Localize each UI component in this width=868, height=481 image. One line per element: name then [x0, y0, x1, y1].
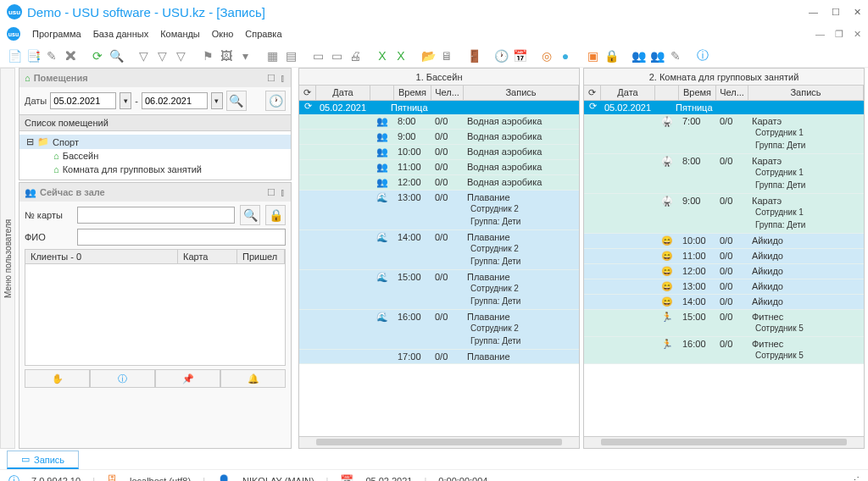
horizontal-scrollbar[interactable]: [299, 436, 579, 448]
schedule-row[interactable]: 🌊15:000/0ПлаваниеСотрудник 2Группа: Дети: [299, 270, 579, 310]
tb-search-icon[interactable]: 🔍: [108, 48, 124, 64]
tb-image-icon[interactable]: 🖼: [219, 48, 234, 64]
schedule-body[interactable]: ⟳05.02.2021Пятница🥋7:000/0КаратэСотрудни…: [584, 101, 864, 436]
tb-world-icon[interactable]: ●: [558, 48, 573, 64]
panel-pin-icon[interactable]: ☐: [267, 187, 275, 198]
tb-filter-icon[interactable]: ▽: [136, 48, 151, 64]
tb-open-icon[interactable]: 📂: [420, 48, 436, 64]
tb-filter3-icon[interactable]: ▽: [173, 48, 188, 64]
schedule-row[interactable]: 🌊13:000/0ПлаваниеСотрудник 2Группа: Дети: [299, 191, 579, 230]
tb-table-icon[interactable]: ▤: [283, 48, 298, 64]
tab-record[interactable]: ▭ Запись: [7, 451, 79, 469]
col-people[interactable]: Чел...: [431, 86, 464, 100]
panel-pin2-icon[interactable]: ⫿: [281, 187, 286, 198]
tree-root[interactable]: ⊟ 📁 Спорт: [19, 135, 291, 149]
tb-target-icon[interactable]: ◎: [539, 48, 554, 64]
schedule-date-row[interactable]: ⟳05.02.2021Пятница: [299, 101, 579, 114]
fio-input[interactable]: [77, 229, 286, 246]
tree-child[interactable]: ⌂ Бассейн: [19, 149, 291, 163]
col-time[interactable]: Время: [679, 86, 716, 100]
panel-pin-icon[interactable]: ☐: [267, 73, 275, 84]
col-date[interactable]: Дата: [316, 86, 370, 100]
tree-child[interactable]: ⌂ Комната для групповых занятий: [19, 163, 291, 176]
mdi-restore-icon[interactable]: ❐: [835, 29, 843, 40]
date-from-dropdown[interactable]: ▾: [120, 92, 131, 109]
tb-flag-icon[interactable]: ⚑: [200, 48, 215, 64]
tb-print-icon[interactable]: 🖨: [348, 48, 363, 64]
lock-button[interactable]: 🔒: [265, 205, 286, 225]
tb-exit-icon[interactable]: 🚪: [466, 48, 481, 64]
tb-copy-icon[interactable]: 📑: [25, 48, 41, 64]
col-time[interactable]: Время: [394, 86, 431, 100]
tb-delete-icon[interactable]: 🗙: [63, 48, 78, 64]
clients-col[interactable]: Клиенты - 0: [25, 250, 178, 263]
col-refresh-icon[interactable]: ⟳: [584, 86, 601, 100]
close-button[interactable]: ✕: [854, 7, 861, 18]
date-to-input[interactable]: [142, 92, 208, 109]
schedule-row[interactable]: 🏃15:000/0ФитнесСотрудник 5: [584, 310, 864, 337]
tb-users-icon[interactable]: 👥: [649, 48, 665, 64]
date-to-dropdown[interactable]: ▾: [211, 92, 223, 109]
schedule-row[interactable]: 👥9:000/0Водная аэробика: [299, 130, 579, 145]
tb-excel2-icon[interactable]: X: [393, 48, 409, 64]
date-from-input[interactable]: [50, 92, 116, 109]
bell-button[interactable]: 🔔: [220, 369, 286, 388]
tb-dd-icon[interactable]: ▾: [237, 48, 253, 64]
refresh-icon[interactable]: ⟳: [584, 101, 601, 114]
mdi-close-icon[interactable]: ✕: [854, 29, 861, 40]
schedule-row[interactable]: 🌊14:000/0ПлаваниеСотрудник 2Группа: Дети: [299, 230, 579, 270]
tb-edit-icon[interactable]: ✎: [44, 48, 59, 64]
schedule-row[interactable]: 🥋8:000/0КаратэСотрудник 1Группа: Дети: [584, 154, 864, 194]
col-record[interactable]: Запись: [748, 86, 864, 100]
schedule-body[interactable]: ⟳05.02.2021Пятница👥8:000/0Водная аэробик…: [299, 101, 579, 436]
collapse-icon[interactable]: ⊟: [26, 136, 34, 147]
menu-commands[interactable]: Команды: [160, 29, 200, 39]
menu-logo-icon[interactable]: usu: [7, 27, 20, 41]
menu-help[interactable]: Справка: [245, 29, 281, 39]
card-input[interactable]: [77, 207, 235, 224]
tb-cal-icon[interactable]: 📅: [512, 48, 527, 64]
schedule-row[interactable]: 😄13:000/0Айкидо: [584, 279, 864, 295]
menu-program[interactable]: Программа: [32, 29, 81, 39]
schedule-row[interactable]: 🏃16:000/0ФитнесСотрудник 5: [584, 337, 864, 364]
schedule-row[interactable]: 😄12:000/0Айкидо: [584, 264, 864, 279]
schedule-row[interactable]: 😄11:000/0Айкидо: [584, 249, 864, 264]
schedule-row[interactable]: 😄14:000/0Айкидо: [584, 295, 864, 310]
schedule-row[interactable]: 😄10:000/0Айкидо: [584, 234, 864, 249]
schedule-row[interactable]: 👥8:000/0Водная аэробика: [299, 114, 579, 130]
minimize-button[interactable]: —: [809, 7, 818, 18]
mdi-minimize-icon[interactable]: —: [815, 29, 825, 40]
card-col[interactable]: Карта: [178, 250, 237, 263]
schedule-row[interactable]: 🌊16:000/0ПлаваниеСотрудник 2Группа: Дети: [299, 310, 579, 350]
tb-clock-icon[interactable]: 🕐: [493, 48, 509, 64]
tb-brush-icon[interactable]: ✎: [668, 48, 683, 64]
schedule-row[interactable]: 🥋7:000/0КаратэСотрудник 1Группа: Дети: [584, 114, 864, 154]
horizontal-scrollbar[interactable]: [584, 436, 864, 448]
col-date[interactable]: Дата: [601, 86, 655, 100]
schedule-row[interactable]: 👥10:000/0Водная аэробика: [299, 145, 579, 160]
tb-lock-icon[interactable]: 🔒: [604, 48, 619, 64]
arrived-col[interactable]: Пришел: [237, 250, 285, 263]
tb-filter2-icon[interactable]: ▽: [154, 48, 170, 64]
resize-grip-icon[interactable]: ⋰: [850, 475, 860, 481]
menu-window[interactable]: Окно: [212, 29, 234, 39]
user-menu-sidetab[interactable]: Меню пользователя: [0, 68, 15, 449]
schedule-row[interactable]: 👥11:000/0Водная аэробика: [299, 160, 579, 175]
schedule-row[interactable]: 👥12:000/0Водная аэробика: [299, 175, 579, 191]
schedule-row[interactable]: 🥋9:000/0КаратэСотрудник 1Группа: Дети: [584, 194, 864, 234]
tb-user-icon[interactable]: 👥: [631, 48, 646, 64]
pin-button[interactable]: 📌: [155, 369, 220, 388]
tb-doc-icon[interactable]: ▭: [310, 48, 326, 64]
tb-refresh-icon[interactable]: ⟳: [90, 48, 105, 64]
tb-info-icon[interactable]: ⓘ: [695, 48, 710, 64]
tb-rss-icon[interactable]: ▣: [585, 48, 600, 64]
tb-new-icon[interactable]: 📄: [7, 48, 22, 64]
date-clock-button[interactable]: 🕐: [265, 91, 286, 111]
panel-pin2-icon[interactable]: ⫿: [281, 73, 286, 84]
col-record[interactable]: Запись: [464, 86, 579, 100]
tb-screen-icon[interactable]: 🖥: [439, 48, 454, 64]
tb-grid-icon[interactable]: ▦: [264, 48, 280, 64]
date-search-button[interactable]: 🔍: [226, 91, 247, 111]
schedule-date-row[interactable]: ⟳05.02.2021Пятница: [584, 101, 864, 114]
info-button[interactable]: ⓘ: [90, 369, 155, 388]
